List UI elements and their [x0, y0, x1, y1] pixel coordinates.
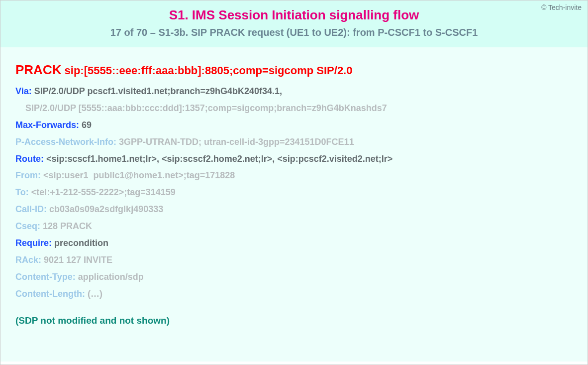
- sip-request-line: PRACK sip:[5555::eee:fff:aaa:bbb]:8805;c…: [15, 62, 573, 78]
- page-title: S1. IMS Session Initiation signalling fl…: [10, 7, 578, 23]
- header-value: application/sdp: [78, 272, 144, 282]
- header-name: Via: [15, 86, 29, 96]
- header-route: Route: <sip:scscf1.home1.net;lr>, <sip:s…: [15, 152, 573, 166]
- header-value: (…): [88, 289, 102, 299]
- header-name: Cseq: [15, 221, 37, 231]
- header-value: <sip:user1_public1@home1.net>;tag=171828: [43, 170, 235, 180]
- header-require: Require: precondition: [15, 237, 573, 250]
- header-name: Content-Length: [15, 289, 82, 299]
- header-via-continuation: SIP/2.0/UDP [5555::aaa:bbb:ccc:ddd]:1357…: [15, 102, 573, 116]
- header-name: To: [15, 187, 26, 197]
- header-name: Require: [15, 238, 49, 248]
- header-name: P-Access-Network-Info: [15, 137, 113, 147]
- header-max-forwards: Max-Forwards: 69: [15, 119, 573, 132]
- header-value: 3GPP-UTRAN-TDD; utran-cell-id-3gpp=23415…: [119, 137, 354, 147]
- header-p-access-network-info: P-Access-Network-Info: 3GPP-UTRAN-TDD; u…: [15, 135, 573, 149]
- header-value: precondition: [54, 238, 108, 248]
- header-value: SIP/2.0/UDP [5555::aaa:bbb:ccc:ddd]:1357…: [25, 103, 387, 113]
- header-name: Max-Forwards: [15, 120, 76, 130]
- page-subtitle: 17 of 70 – S1-3b. SIP PRACK request (UE1…: [10, 27, 578, 38]
- header-name: Content-Type: [15, 272, 73, 282]
- header-via: Via: SIP/2.0/UDP pcscf1.visited1.net;bra…: [15, 85, 573, 99]
- header-value: <sip:scscf1.home1.net;lr>, <sip:scscf2.h…: [46, 154, 392, 164]
- header-content-length: Content-Length: (…): [15, 287, 573, 301]
- header-name: Route: [15, 154, 41, 164]
- header-value: SIP/2.0/UDP pcscf1.visited1.net;branch=z…: [34, 86, 282, 96]
- header-value: <tel:+1-212-555-2222>;tag=314159: [31, 187, 176, 197]
- header-value: 9021 127 INVITE: [44, 255, 112, 265]
- header-name: From: [15, 170, 38, 180]
- header-name: RAck: [15, 255, 38, 265]
- header-from: From: <sip:user1_public1@home1.net>;tag=…: [15, 169, 573, 183]
- copyright-label: © Tech-invite: [541, 3, 582, 11]
- header-content-type: Content-Type: application/sdp: [15, 270, 573, 284]
- header-value: cb03a0s09a2sdfglkj490333: [49, 204, 163, 214]
- header-band: © Tech-invite S1. IMS Session Initiation…: [0, 0, 588, 47]
- header-cseq: Cseq: 128 PRACK: [15, 220, 573, 234]
- header-rack: RAck: 9021 127 INVITE: [15, 253, 573, 267]
- header-value: 128 PRACK: [43, 221, 92, 231]
- sdp-note: (SDP not modified and not shown): [15, 315, 573, 326]
- header-value: 69: [82, 120, 92, 130]
- sip-request-uri: sip:[5555::eee:fff:aaa:bbb]:8805;comp=si…: [65, 64, 353, 77]
- header-to: To: <tel:+1-212-555-2222>;tag=314159: [15, 186, 573, 200]
- content-area: PRACK sip:[5555::eee:fff:aaa:bbb]:8805;c…: [0, 47, 588, 362]
- header-call-id: Call-ID: cb03a0s09a2sdfglkj490333: [15, 203, 573, 217]
- header-name: Call-ID: [15, 204, 44, 214]
- sip-method: PRACK: [15, 62, 61, 77]
